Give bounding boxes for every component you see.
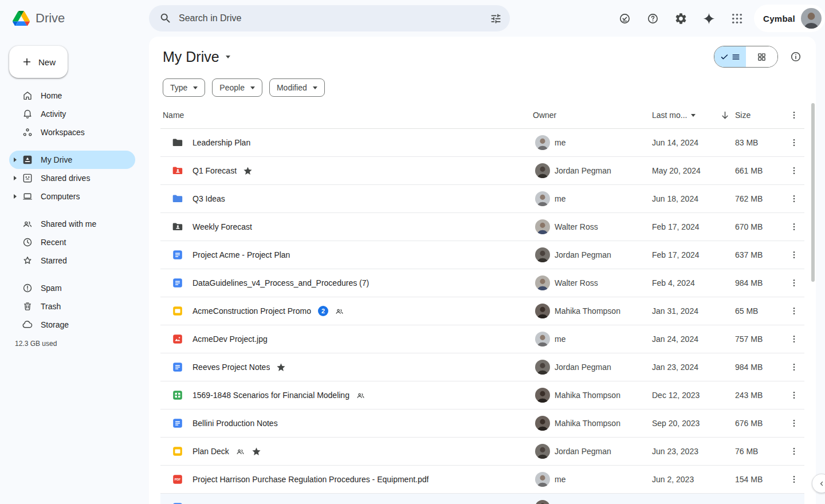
docs-icon (172, 277, 183, 289)
file-row[interactable]: AcmeDev Project.jpgmeJan 24, 2024757 MB (160, 325, 804, 353)
chevron-down-icon (313, 86, 317, 89)
trash-icon (22, 301, 33, 312)
file-row[interactable] (160, 494, 804, 504)
sidebar-item-recent[interactable]: Recent (9, 233, 135, 251)
account-chip[interactable]: Cymbal (754, 5, 825, 32)
search-bar[interactable] (149, 5, 510, 32)
recent-icon (22, 237, 33, 248)
file-row[interactable]: Q3 IdeasmeJun 18, 2024762 MB (160, 185, 804, 213)
expand-caret-icon[interactable] (14, 194, 17, 199)
more-options-icon[interactable] (786, 303, 802, 319)
file-row[interactable]: Bellini Production NotesMahika ThompsonS… (160, 410, 804, 438)
owner-name: Walter Ross (555, 278, 598, 288)
filter-chip-modified[interactable]: Modified (269, 78, 325, 97)
more-options-icon[interactable] (786, 331, 802, 347)
more-options-icon[interactable] (786, 135, 802, 151)
sidebar-item-computers[interactable]: Computers (9, 187, 135, 206)
gemini-icon[interactable] (697, 7, 720, 30)
more-options-icon[interactable] (786, 415, 802, 431)
offline-status-icon[interactable] (613, 7, 636, 30)
more-options-icon[interactable] (786, 107, 802, 123)
sidebar-item-my-drive[interactable]: My Drive (9, 151, 135, 169)
file-row[interactable]: Project Acme - Project PlanJordan Pegman… (160, 241, 804, 269)
grid-view-button[interactable] (746, 46, 777, 67)
expand-caret-icon[interactable] (14, 176, 17, 180)
sidebar-item-workspaces[interactable]: Workspaces (9, 123, 135, 141)
star-icon[interactable] (243, 166, 253, 176)
new-button-label: New (38, 57, 56, 67)
page-title[interactable]: My Drive (163, 49, 230, 65)
sidebar-item-home[interactable]: Home (9, 86, 135, 105)
owner-name: me (555, 138, 565, 147)
more-options-icon[interactable] (786, 359, 802, 375)
sidebar-item-label: Home (41, 91, 62, 100)
help-icon[interactable] (641, 7, 664, 30)
column-size[interactable]: Size (733, 111, 784, 120)
more-options-icon[interactable] (786, 275, 802, 291)
filter-chip-type[interactable]: Type (163, 78, 205, 97)
owner-name: Mahika Thompson (555, 391, 620, 400)
drive-logo-icon (13, 11, 30, 26)
new-button[interactable]: New (9, 46, 68, 78)
sidebar-item-shared-drives[interactable]: Shared drives (9, 169, 135, 187)
file-row[interactable]: Leadership PlanmeJun 14, 202483 MB (160, 129, 804, 157)
file-row[interactable]: Weekly ForecastWalter RossFeb 17, 202467… (160, 213, 804, 241)
more-options-icon[interactable] (786, 443, 802, 459)
my-drive-icon (22, 154, 33, 166)
file-row[interactable]: 1569-1848 Scenarios for Financial Modeli… (160, 381, 804, 410)
owner-name: me (555, 334, 565, 344)
account-avatar[interactable] (801, 8, 822, 29)
owner-name: Jordan Pegman (555, 447, 611, 456)
sidebar-item-starred[interactable]: Starred (9, 251, 135, 270)
search-options-icon[interactable] (486, 9, 505, 28)
file-row[interactable]: Q1 ForecastJordan PegmanMay 20, 2024661 … (160, 157, 804, 185)
more-options-icon[interactable] (786, 387, 802, 403)
scrollbar-thumb[interactable] (811, 103, 815, 282)
more-options-icon[interactable] (786, 163, 802, 179)
star-icon[interactable] (276, 363, 286, 372)
search-icon[interactable] (159, 12, 172, 25)
file-row[interactable]: PDFProject Harrison Purchase Regulation … (160, 466, 804, 494)
expand-caret-icon[interactable] (14, 158, 17, 162)
file-row[interactable]: Plan DeckJordan PegmanJun 23, 202376 MB (160, 438, 804, 466)
sidebar-item-activity[interactable]: Activity (9, 105, 135, 123)
filter-chip-people[interactable]: People (212, 78, 262, 97)
workspace-logo: Cymbal (763, 14, 795, 23)
more-options-icon[interactable] (786, 247, 802, 263)
last-modified: Jun 18, 2024 (650, 194, 733, 203)
details-info-button[interactable] (789, 50, 802, 63)
chip-label: People (219, 83, 245, 92)
sheets-icon (172, 389, 183, 401)
sidebar: New HomeActivityWorkspacesMy DriveShared… (0, 37, 149, 504)
owner-avatar (535, 304, 550, 318)
sidebar-item-label: Shared with me (41, 219, 96, 229)
column-last-modified[interactable]: Last mo... (650, 111, 733, 120)
list-view-button[interactable] (714, 46, 746, 67)
sidebar-item-storage[interactable]: Storage (9, 316, 135, 334)
file-row[interactable]: DataGuidelines_v4_Process_and_Procedures… (160, 269, 804, 297)
more-options-icon[interactable] (786, 499, 802, 504)
drive-brand[interactable]: Drive (0, 11, 149, 26)
spam-icon (22, 282, 33, 294)
file-size: 637 MB (733, 250, 784, 259)
owner-avatar (535, 500, 550, 504)
sidebar-item-spam[interactable]: Spam (9, 279, 135, 297)
more-options-icon[interactable] (786, 191, 802, 207)
file-row[interactable]: AcmeConstruction Project Promo2Mahika Th… (160, 297, 804, 325)
more-options-icon[interactable] (786, 471, 802, 487)
search-input[interactable] (178, 13, 486, 24)
column-name[interactable]: Name (160, 111, 533, 120)
column-owner[interactable]: Owner (533, 111, 650, 120)
settings-icon[interactable] (669, 7, 692, 30)
more-options-icon[interactable] (786, 219, 802, 235)
shared-people-icon (235, 447, 245, 456)
sort-direction-icon[interactable] (720, 110, 730, 121)
file-row[interactable]: Reeves Project NotesJordan PegmanJan 23,… (160, 353, 804, 381)
apps-grid-icon[interactable] (725, 7, 748, 30)
file-size: 984 MB (733, 278, 784, 288)
sidebar-item-trash[interactable]: Trash (9, 297, 135, 316)
version-badge[interactable]: 2 (318, 306, 328, 316)
sidebar-item-shared-with-me[interactable]: Shared with me (9, 215, 135, 233)
owner-avatar (535, 416, 550, 431)
star-icon[interactable] (252, 447, 261, 456)
